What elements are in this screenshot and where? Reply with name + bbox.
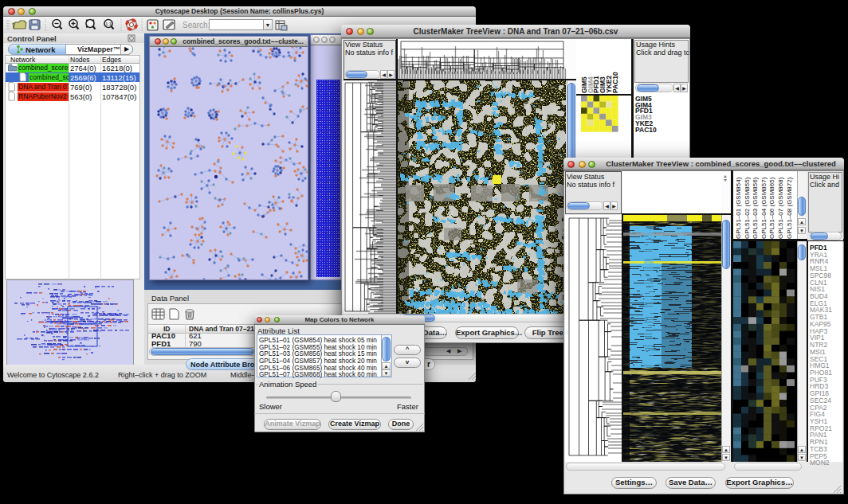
svg-text:1:1: 1:1 [105,21,112,26]
